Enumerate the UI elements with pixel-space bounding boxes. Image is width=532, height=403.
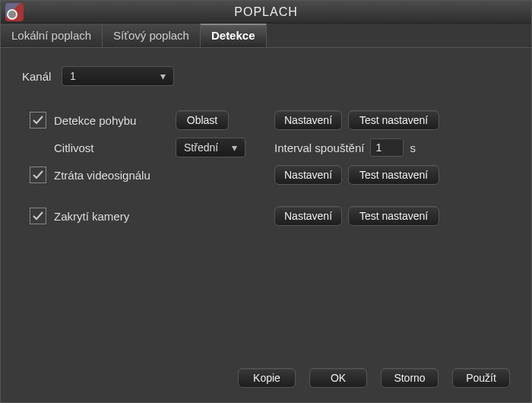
channel-label: Kanál	[22, 70, 62, 83]
tab-label: Detekce	[211, 29, 255, 42]
app-icon	[5, 3, 24, 21]
check-icon	[32, 210, 44, 222]
motion-label: Detekce pohybu	[54, 114, 176, 127]
apply-button[interactable]: Použít	[452, 368, 510, 388]
window-title: POPLACH	[1, 5, 531, 19]
tab-label: Lokální poplach	[11, 29, 91, 42]
channel-row: Kanál 1 ▾	[22, 66, 510, 86]
videoloss-test-button[interactable]: Test nastavení	[348, 165, 439, 185]
alarm-window: POPLACH Lokální poplach Síťový poplach D…	[0, 0, 532, 403]
channel-value: 1	[70, 70, 76, 82]
interval-unit: s	[410, 141, 416, 154]
tab-network-alarm[interactable]: Síťový poplach	[103, 24, 201, 47]
sensitivity-value: Střední	[184, 141, 218, 154]
cover-row: Zakrytí kamery Nastavení Test nastavení	[22, 206, 510, 226]
interval-input[interactable]	[370, 138, 404, 157]
chevron-down-icon: ▾	[157, 70, 169, 82]
copy-button[interactable]: Kopie	[238, 368, 296, 388]
sensitivity-row: Citlivost Střední ▾ Interval spouštění s	[22, 138, 510, 157]
motion-test-button[interactable]: Test nastavení	[348, 110, 439, 130]
interval-label: Interval spouštění	[274, 141, 364, 154]
motion-checkbox[interactable]	[30, 112, 46, 129]
titlebar: POPLACH	[1, 1, 531, 24]
chevron-down-icon: ▾	[228, 141, 240, 154]
tab-label: Síťový poplach	[113, 29, 189, 42]
sensitivity-select[interactable]: Střední ▾	[176, 138, 245, 157]
videoloss-settings-button[interactable]: Nastavení	[274, 165, 342, 185]
cover-label: Zakrytí kamery	[54, 210, 274, 223]
tab-local-alarm[interactable]: Lokální poplach	[1, 24, 103, 47]
content-area: Kanál 1 ▾ Detekce pohybu Oblast	[1, 48, 531, 364]
cover-settings-button[interactable]: Nastavení	[274, 206, 342, 226]
tabs: Lokální poplach Síťový poplach Detekce	[1, 24, 531, 48]
cover-test-button[interactable]: Test nastavení	[348, 206, 439, 226]
videoloss-checkbox[interactable]	[30, 167, 46, 183]
ok-button[interactable]: OK	[309, 368, 367, 388]
check-icon	[32, 114, 44, 126]
motion-area-button[interactable]: Oblast	[176, 110, 229, 130]
channel-select[interactable]: 1 ▾	[62, 66, 174, 86]
cover-checkbox[interactable]	[30, 208, 46, 224]
tab-detection[interactable]: Detekce	[201, 24, 267, 47]
motion-settings-button[interactable]: Nastavení	[274, 110, 342, 130]
check-icon	[32, 169, 44, 181]
footer: Kopie OK Storno Použít	[1, 364, 531, 402]
cancel-button[interactable]: Storno	[381, 368, 439, 388]
videoloss-row: Ztráta videosignálu Nastavení Test nasta…	[22, 165, 510, 185]
videoloss-label: Ztráta videosignálu	[54, 169, 274, 182]
sensitivity-label: Citlivost	[54, 141, 176, 154]
motion-row: Detekce pohybu Oblast Nastavení Test nas…	[22, 110, 510, 130]
